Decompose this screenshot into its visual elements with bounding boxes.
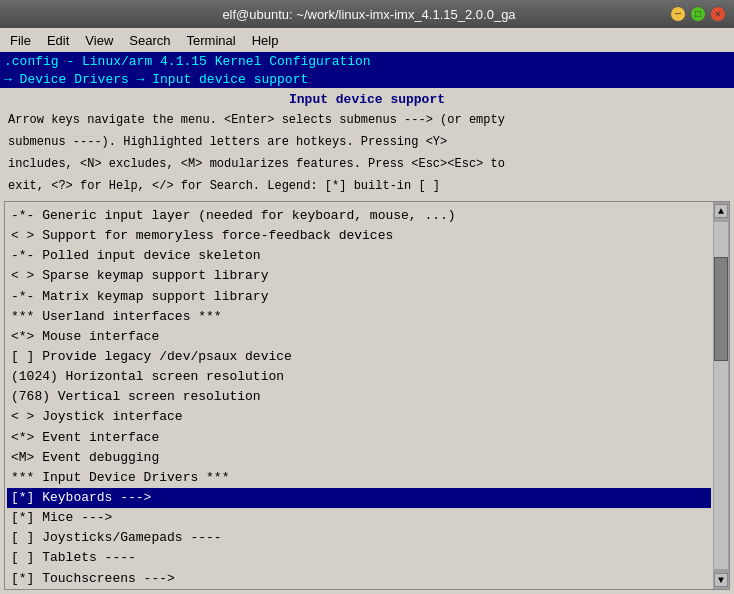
window-controls[interactable]: ─ □ ✕ [670, 6, 726, 22]
list-item[interactable]: *** Input Device Drivers *** [7, 468, 711, 488]
minimize-button[interactable]: ─ [670, 6, 686, 22]
list-content: -*- Generic input layer (needed for keyb… [5, 202, 713, 589]
list-item[interactable]: [*] Touchscreens ---> [7, 569, 711, 589]
list-item[interactable]: < > Joystick interface [7, 407, 711, 427]
menu-edit[interactable]: Edit [41, 31, 75, 50]
breadcrumb-line1: .config - Linux/arm 4.1.15 Kernel Config… [0, 52, 734, 71]
help-text-1: Arrow keys navigate the menu. <Enter> se… [0, 109, 734, 131]
list-item[interactable]: -*- Polled input device skeleton [7, 246, 711, 266]
list-item[interactable]: [ ] Joysticks/Gamepads ---- [7, 528, 711, 548]
menu-search[interactable]: Search [123, 31, 176, 50]
window-title: elf@ubuntu: ~/work/linux-imx-imx_4.1.15_… [68, 7, 670, 22]
maximize-button[interactable]: □ [690, 6, 706, 22]
scroll-up[interactable]: ▲ [714, 204, 728, 218]
close-button[interactable]: ✕ [710, 6, 726, 22]
help-text-4: exit, <?> for Help, </> for Search. Lege… [0, 175, 734, 197]
list-item[interactable]: <*> Event interface [7, 428, 711, 448]
list-item[interactable]: <M> Event debugging [7, 448, 711, 468]
menu-view[interactable]: View [79, 31, 119, 50]
config-list: -*- Generic input layer (needed for keyb… [4, 201, 730, 590]
list-item[interactable]: (1024) Horizontal screen resolution [7, 367, 711, 387]
list-item[interactable]: (768) Vertical screen resolution [7, 387, 711, 407]
list-item[interactable]: -*- Generic input layer (needed for keyb… [7, 206, 711, 226]
list-item[interactable]: *** Userland interfaces *** [7, 307, 711, 327]
menu-terminal[interactable]: Terminal [181, 31, 242, 50]
scrollbar-thumb[interactable] [714, 257, 728, 361]
title-bar: elf@ubuntu: ~/work/linux-imx-imx_4.1.15_… [0, 0, 734, 28]
list-item[interactable]: [*] Mice ---> [7, 508, 711, 528]
help-text-3: includes, <N> excludes, <M> modularizes … [0, 153, 734, 175]
list-item[interactable]: < > Sparse keymap support library [7, 266, 711, 286]
list-item[interactable]: [*] Keyboards ---> [7, 488, 711, 508]
menu-bar: File Edit View Search Terminal Help [0, 28, 734, 52]
scrollbar-track[interactable] [714, 222, 728, 569]
list-item[interactable]: [ ] Provide legacy /dev/psaux device [7, 347, 711, 367]
list-item[interactable]: [ ] Tablets ---- [7, 548, 711, 568]
section-title: Input device support [0, 88, 734, 109]
list-item[interactable]: <*> Mouse interface [7, 327, 711, 347]
list-item[interactable]: -*- Matrix keymap support library [7, 287, 711, 307]
scroll-down[interactable]: ▼ [714, 573, 728, 587]
menu-file[interactable]: File [4, 31, 37, 50]
menu-help[interactable]: Help [246, 31, 285, 50]
content-area: Input device support Arrow keys navigate… [0, 88, 734, 594]
list-item[interactable]: < > Support for memoryless force-feedbac… [7, 226, 711, 246]
breadcrumb-line2: → Device Drivers → Input device support [0, 71, 734, 88]
help-text-2: submenus ----). Highlighted letters are … [0, 131, 734, 153]
scrollbar[interactable]: ▲ ▼ [713, 202, 729, 589]
terminal-area: .config - Linux/arm 4.1.15 Kernel Config… [0, 52, 734, 594]
